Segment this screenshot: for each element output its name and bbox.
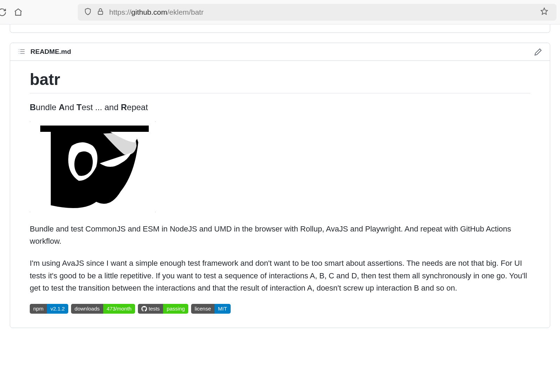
shield-icon[interactable] xyxy=(84,8,92,17)
badge-value: 473/month xyxy=(103,304,135,314)
badge-value: v2.1.2 xyxy=(47,304,68,314)
readme-filename[interactable]: README.md xyxy=(30,48,71,56)
svg-rect-0 xyxy=(98,11,103,14)
home-button[interactable] xyxy=(13,7,24,18)
readme-title: batr xyxy=(30,70,530,93)
readme-box: README.md batr Bundle And Test ... and R… xyxy=(10,43,550,328)
project-logo-image xyxy=(30,121,156,212)
badge-label: downloads xyxy=(71,304,103,314)
reload-button[interactable] xyxy=(0,7,8,18)
file-list-partial xyxy=(10,24,550,33)
svg-rect-3 xyxy=(40,126,149,132)
bookmark-star-icon[interactable] xyxy=(540,7,550,17)
readme-paragraph-1: Bundle and test CommonJS and ESM in Node… xyxy=(30,223,530,247)
readme-paragraph-2: I'm using AvaJS since I want a simple en… xyxy=(30,257,530,294)
badge-tests[interactable]: testspassing xyxy=(138,304,188,314)
readme-body: batr Bundle And Test ... and Repeat Bund… xyxy=(10,61,550,328)
badge-value: MIT xyxy=(215,304,231,314)
badge-label: npm xyxy=(30,304,47,314)
url-bar[interactable]: https://github.com/eklem/batr xyxy=(78,4,556,21)
toc-icon[interactable] xyxy=(18,48,26,56)
badges-row: npmv2.1.2downloads473/monthtestspassingl… xyxy=(30,304,530,314)
readme-header: README.md xyxy=(10,43,550,61)
badge-label: tests xyxy=(138,304,163,314)
badge-value: passing xyxy=(163,304,188,314)
lock-icon[interactable] xyxy=(97,8,104,17)
readme-subtitle: Bundle And Test ... and Repeat xyxy=(30,102,530,112)
github-icon xyxy=(141,306,147,312)
badge-npm[interactable]: npmv2.1.2 xyxy=(30,304,68,314)
badge-label: license xyxy=(191,304,215,314)
pencil-icon[interactable] xyxy=(534,48,542,56)
svg-marker-1 xyxy=(541,8,547,14)
badge-license[interactable]: licenseMIT xyxy=(191,304,231,314)
browser-toolbar: https://github.com/eklem/batr xyxy=(0,0,560,24)
badge-downloads[interactable]: downloads473/month xyxy=(71,304,135,314)
url-text: https://github.com/eklem/batr xyxy=(109,8,204,16)
